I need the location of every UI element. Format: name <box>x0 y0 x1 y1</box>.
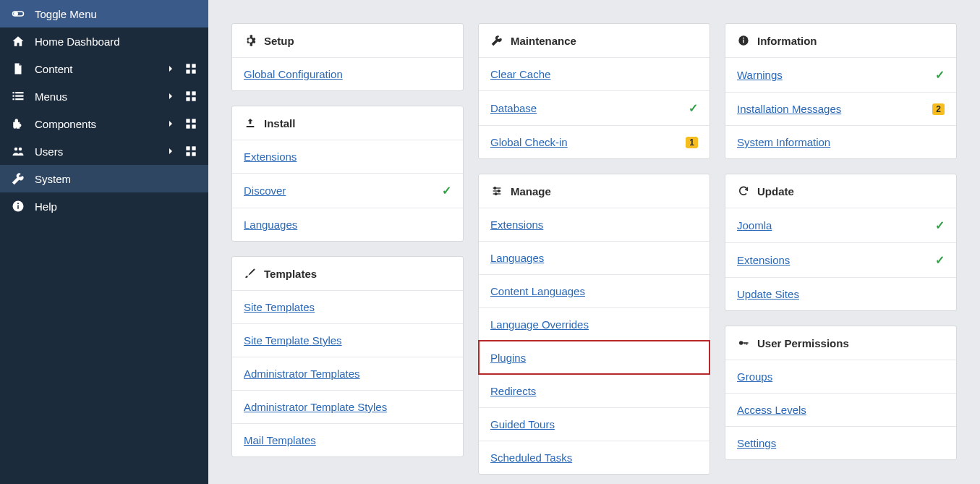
link-update-extensions[interactable]: Extensions ✓ <box>725 242 956 277</box>
check-icon: ✓ <box>935 253 945 267</box>
svg-rect-5 <box>192 69 195 73</box>
dashboard-icon[interactable] <box>185 63 197 75</box>
card-header-information: Information <box>725 24 956 57</box>
link-install-extensions[interactable]: Extensions <box>232 140 463 173</box>
chevron-right-icon <box>166 64 175 73</box>
card-title: Setup <box>264 35 294 47</box>
link-manage-extensions[interactable]: Extensions <box>479 208 710 241</box>
card-manage: Manage Extensions Languages Content Lang… <box>478 174 710 475</box>
card-header-maintenance: Maintenance <box>479 24 710 57</box>
sidebar-toggle-label: Toggle Menu <box>35 8 197 20</box>
sidebar-item-content[interactable]: Content <box>0 55 208 82</box>
wrench-icon <box>490 34 503 47</box>
link-database[interactable]: Database ✓ <box>479 90 710 125</box>
chevron-right-icon <box>166 147 175 156</box>
svg-rect-19 <box>192 124 195 128</box>
sidebar-item-system[interactable]: System <box>0 165 208 192</box>
svg-rect-12 <box>186 91 189 95</box>
link-manage-languages[interactable]: Languages <box>479 241 710 274</box>
sidebar-item-home[interactable]: Home Dashboard <box>0 27 208 55</box>
check-icon: ✓ <box>935 68 945 82</box>
svg-rect-24 <box>186 152 189 156</box>
wrench-icon <box>12 172 25 185</box>
card-information: Information Warnings ✓ Installation Mess… <box>725 23 957 159</box>
svg-rect-40 <box>746 342 747 344</box>
users-icon <box>12 145 25 158</box>
card-header-setup: Setup <box>232 24 463 57</box>
sidebar: Toggle Menu Home Dashboard Content Menus <box>0 0 208 484</box>
svg-rect-4 <box>186 69 189 73</box>
svg-point-37 <box>743 38 744 39</box>
link-update-sites[interactable]: Update Sites <box>725 277 956 310</box>
sidebar-item-menus[interactable]: Menus <box>0 82 208 110</box>
link-clear-cache[interactable]: Clear Cache <box>479 57 710 90</box>
svg-rect-6 <box>13 92 14 93</box>
toggle-icon <box>12 7 25 20</box>
link-install-languages[interactable]: Languages <box>232 208 463 241</box>
svg-rect-23 <box>192 146 195 150</box>
check-icon: ✓ <box>442 184 451 198</box>
link-site-templates[interactable]: Site Templates <box>232 290 463 323</box>
chevron-right-icon <box>166 92 175 101</box>
link-warnings[interactable]: Warnings ✓ <box>725 57 956 92</box>
svg-rect-17 <box>192 119 195 122</box>
link-plugins[interactable]: Plugins <box>479 341 710 374</box>
link-language-overrides[interactable]: Language Overrides <box>479 307 710 341</box>
card-maintenance: Maintenance Clear Cache Database ✓ Globa… <box>478 23 710 159</box>
svg-rect-13 <box>192 91 195 95</box>
svg-rect-18 <box>186 124 189 128</box>
link-global-checkin[interactable]: Global Check-in 1 <box>479 125 710 158</box>
svg-rect-8 <box>13 95 14 97</box>
sidebar-item-users[interactable]: Users <box>0 137 208 165</box>
link-scheduled-tasks[interactable]: Scheduled Tasks <box>479 441 710 474</box>
link-admin-template-styles[interactable]: Administrator Template Styles <box>232 390 463 423</box>
link-access-levels[interactable]: Access Levels <box>725 393 956 426</box>
sidebar-toggle[interactable]: Toggle Menu <box>0 0 208 27</box>
link-mail-templates[interactable]: Mail Templates <box>232 423 463 457</box>
svg-point-1 <box>14 12 18 16</box>
card-title: Install <box>264 117 295 130</box>
sidebar-item-components[interactable]: Components <box>0 110 208 137</box>
dashboard-icon[interactable] <box>185 90 197 102</box>
link-admin-templates[interactable]: Administrator Templates <box>232 357 463 390</box>
dashboard-icon[interactable] <box>185 145 197 157</box>
svg-point-33 <box>498 190 500 192</box>
svg-rect-36 <box>743 40 743 43</box>
link-site-template-styles[interactable]: Site Template Styles <box>232 323 463 357</box>
svg-rect-41 <box>744 342 745 344</box>
svg-rect-2 <box>186 64 189 67</box>
svg-rect-14 <box>186 97 189 101</box>
check-icon: ✓ <box>935 218 945 232</box>
svg-rect-15 <box>192 97 195 101</box>
card-title: User Permissions <box>757 337 849 349</box>
check-icon: ✓ <box>689 101 698 115</box>
main-content: Setup Global Configuration Install Exten… <box>208 0 980 484</box>
svg-rect-22 <box>186 146 189 150</box>
file-icon <box>12 62 25 75</box>
link-redirects[interactable]: Redirects <box>479 374 710 407</box>
sidebar-item-help[interactable]: Help <box>0 192 208 220</box>
sync-icon <box>737 184 750 198</box>
link-global-configuration[interactable]: Global Configuration <box>232 57 463 90</box>
svg-rect-9 <box>15 95 23 97</box>
card-header-update: Update <box>725 174 956 208</box>
svg-point-38 <box>739 341 743 344</box>
link-update-joomla[interactable]: Joomla ✓ <box>725 208 956 242</box>
home-icon <box>12 35 25 48</box>
link-groups[interactable]: Groups <box>725 360 956 393</box>
link-system-information[interactable]: System Information <box>725 125 956 158</box>
svg-point-32 <box>494 187 496 190</box>
card-title: Maintenance <box>511 35 576 47</box>
link-content-languages[interactable]: Content Languages <box>479 274 710 307</box>
sidebar-item-label: Home Dashboard <box>35 35 197 48</box>
link-installation-messages[interactable]: Installation Messages 2 <box>725 92 956 125</box>
link-settings[interactable]: Settings <box>725 426 956 459</box>
puzzle-icon <box>12 117 25 130</box>
link-install-discover[interactable]: Discover ✓ <box>232 173 463 208</box>
dashboard-icon[interactable] <box>185 118 197 130</box>
upload-icon <box>244 116 257 130</box>
info-circle-icon <box>737 34 750 47</box>
key-icon <box>737 336 750 349</box>
list-icon <box>12 90 25 103</box>
link-guided-tours[interactable]: Guided Tours <box>479 407 710 441</box>
